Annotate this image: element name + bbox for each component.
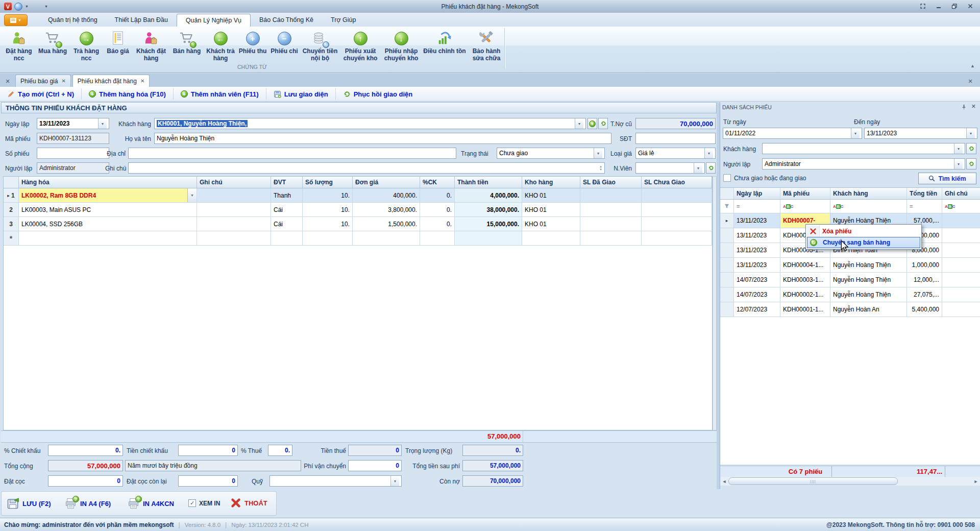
voucher-number-field[interactable] [37, 148, 109, 159]
col-sl-chua-giao[interactable]: SL Chưa Giao [642, 177, 712, 188]
save-button[interactable]: LƯU (F2) [7, 497, 51, 510]
cell-note[interactable] [197, 188, 271, 202]
ribbon-button-phieu-chi[interactable]: − Phiếu chi [268, 28, 300, 66]
add-item-button[interactable]: + Thêm hàng hóa (F10) [82, 88, 174, 100]
cell-unit[interactable]: Cái [271, 203, 303, 216]
col-so-luong[interactable]: Số lượng [303, 177, 353, 188]
quick-access-customize-icon[interactable]: ▼ [44, 5, 48, 8]
chevron-down-icon[interactable]: ▼ [966, 128, 975, 138]
list-item[interactable]: 14/07/2023 KDH00002-1... Nguyễn Hoàng Th… [720, 287, 980, 302]
ribbon-button-phieu-nhap-chuyen-kho[interactable]: ↓ Phiếu nhập chuyển kho [381, 28, 422, 66]
cell-note[interactable] [197, 231, 271, 245]
cell-product[interactable]: LK00002, Ram 8GB DDR4▼ [19, 188, 197, 202]
chevron-down-icon[interactable]: ▼ [954, 143, 963, 154]
chevron-down-icon[interactable]: ▼ [575, 118, 583, 129]
cell-note[interactable] [197, 217, 271, 231]
ribbon-button-chuyen-tien-noi-bo[interactable]: ↻ Chuyển tiền nội bộ [300, 28, 340, 66]
chevron-down-icon[interactable]: ▼ [390, 476, 399, 486]
ribbon-collapse-icon[interactable]: ▲ [970, 63, 975, 68]
items-table-scrollbar[interactable] [713, 176, 717, 430]
panel-horizontal-scrollbar[interactable]: ◄ |||| ► [720, 477, 980, 486]
ribbon-button-tra-hang-ncc[interactable]: → Trả hàng ncc [69, 28, 103, 66]
ribbon-button-phieu-xuat-chuyen-kho[interactable]: ↑ Phiếu xuất chuyển kho [340, 28, 381, 66]
cell-discount[interactable]: 0. [420, 203, 455, 216]
cell-price[interactable]: 1,500,000. [353, 217, 420, 231]
exit-button[interactable]: THOÁT [230, 497, 267, 509]
col-ck[interactable]: %CK [420, 177, 455, 188]
menu-tab-thiet-lap-ban-dau[interactable]: Thiết Lập Ban Đầu [106, 14, 177, 27]
chevron-down-icon[interactable]: ▼ [694, 163, 702, 173]
address-field[interactable] [128, 148, 456, 159]
customer-combo[interactable]: KH0001, Nguyễn Hoàng Thiện, ▼ [154, 118, 586, 129]
list-item[interactable]: 14/07/2023 KDH00003-1... Nguyễn Hoàng Th… [720, 273, 980, 287]
list-item[interactable]: 13/11/2023 KDH00004-1... Nguyễn Hoàng Th… [720, 258, 980, 273]
fullscreen-button[interactable] [916, 2, 929, 10]
chevron-down-icon[interactable]: ▼ [187, 188, 197, 202]
filter-row[interactable]: = ABC ABC = ABC [720, 200, 980, 213]
pin-icon[interactable] [961, 104, 967, 110]
menu-tab-quan-tri-he-thong[interactable]: Quản trị hệ thống [39, 14, 106, 27]
col-hang-hoa[interactable]: Hàng hóa [19, 177, 197, 188]
menu-tab-quan-ly-nghiep-vu[interactable]: Quản Lý Nghiệp Vụ [177, 14, 251, 27]
close-panel-icon[interactable]: ✕ [965, 76, 976, 87]
to-date-field[interactable]: 13/11/2023▼ [864, 128, 977, 139]
undelivered-checkbox[interactable]: Chưa giao hoặc đang giao [723, 174, 806, 182]
deposit-remaining-field[interactable]: 0 [178, 475, 238, 487]
panel-customer-combo[interactable]: ▼ [762, 143, 965, 154]
spinner-icon[interactable]: ▲▼ [599, 165, 602, 171]
scroll-right-icon[interactable]: ► [972, 479, 980, 484]
col-don-gia[interactable]: Đơn giá [353, 177, 420, 188]
cell-product[interactable]: LK00004, SSD 256GB [19, 217, 197, 231]
cell-unit[interactable]: Cái [271, 217, 303, 231]
panel-refresh-customer-button[interactable] [966, 143, 976, 154]
date-field[interactable]: 13/11/2023▼ [37, 118, 109, 129]
orb-icon[interactable] [14, 3, 22, 11]
cell-warehouse[interactable]: KHO 01 [522, 217, 580, 231]
ribbon-button-khach-dat-hang[interactable]: Khách đặt hàng [133, 28, 169, 66]
close-tab-icon[interactable]: ✕ [61, 78, 65, 84]
ribbon-button-bao-gia[interactable]: Báo giá [103, 28, 133, 66]
ribbon-button-dat-hang-ncc[interactable]: Đặt hàng ncc [2, 28, 36, 66]
close-panel-icon[interactable]: ✕ [971, 103, 976, 110]
from-date-field[interactable]: 01/11/2022▼ [723, 128, 862, 139]
cell-discount[interactable] [420, 231, 455, 245]
new-record-button[interactable]: Tạo mới (Ctrl + N) [0, 88, 82, 100]
chevron-down-icon[interactable]: ▼ [704, 148, 713, 158]
cell-price[interactable] [353, 231, 420, 245]
note-field[interactable]: ▲▼ [128, 162, 605, 174]
ribbon-button-phieu-thu[interactable]: + Phiếu thu [237, 28, 268, 66]
app-menu-button[interactable]: ▼ [4, 14, 28, 26]
doc-tab-phieu-khach-dat-hang[interactable]: Phiếu khách đặt hàng✕ [72, 75, 150, 87]
table-new-row[interactable]: * [4, 231, 712, 246]
chevron-down-icon[interactable]: ▼ [594, 148, 602, 158]
cell-qty[interactable]: 10. [303, 203, 353, 216]
price-type-combo[interactable]: Giá lẻ▼ [635, 148, 716, 159]
refresh-customer-button[interactable] [598, 118, 608, 129]
deposit-field[interactable]: 0 [48, 475, 123, 487]
cell-price[interactable]: 3,800,000. [353, 203, 420, 216]
discount-pct-field[interactable]: 0. [48, 445, 123, 456]
menu-item-convert-to-sale[interactable]: ↻ Chuyển sang bán hàng [807, 237, 920, 248]
cell-note[interactable] [197, 203, 271, 216]
print-a4kcn-button[interactable]: ? IN A4KCN [127, 497, 174, 510]
print-a4-button[interactable]: ? IN A4 (F6) [64, 497, 111, 510]
doc-tab-phieu-bao-gia[interactable]: Phiếu báo giá✕ [15, 75, 71, 87]
col-thanh-tien[interactable]: Thành tiền [455, 177, 522, 188]
minimize-button[interactable] [932, 2, 945, 10]
cell-warehouse[interactable] [522, 231, 580, 245]
chevron-down-icon[interactable]: ▼ [851, 128, 860, 138]
ribbon-button-ban-hang[interactable]: ↑ Bán hàng [169, 28, 204, 66]
col-ma-phieu[interactable]: Mã phiếu [780, 188, 830, 199]
status-combo[interactable]: Chưa giao▼ [497, 148, 605, 159]
cell-discount[interactable]: 0. [420, 217, 455, 231]
cell-discount[interactable]: 0. [420, 188, 455, 202]
close-tab-icon[interactable]: ✕ [140, 78, 144, 84]
table-row[interactable]: 3 LK00004, SSD 256GB Cái 10. 1,500,000. … [4, 217, 712, 231]
table-row[interactable]: 2 LK00003, Main ASUS PC Cái 10. 3,800,00… [4, 203, 712, 217]
chevron-down-icon[interactable]: ▼ [25, 5, 29, 8]
close-button[interactable] [964, 2, 977, 10]
close-all-tabs-icon[interactable]: ✕ [2, 76, 13, 87]
col-sl-da-giao[interactable]: SL Đã Giao [580, 177, 642, 188]
phone-field[interactable] [635, 133, 716, 144]
shipping-fee-field[interactable]: 0 [348, 460, 402, 471]
